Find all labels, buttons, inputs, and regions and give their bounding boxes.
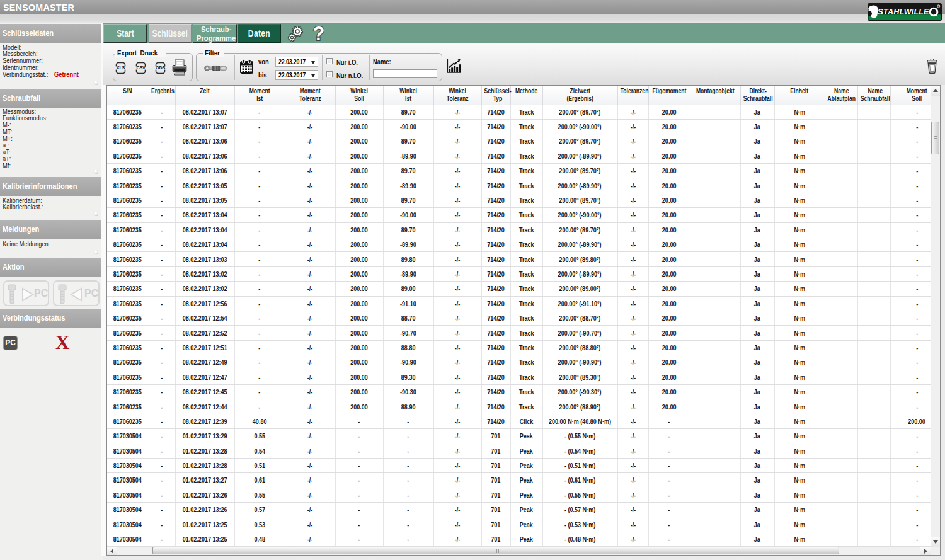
svg-text:STAHLWILLE: STAHLWILLE [878,8,930,16]
svg-text:R: R [938,4,940,8]
svg-text:?: ? [313,25,325,43]
svg-text:CSV: CSV [136,65,146,71]
svg-text:XLS: XLS [117,65,125,71]
svg-text:ODS: ODS [156,65,165,71]
